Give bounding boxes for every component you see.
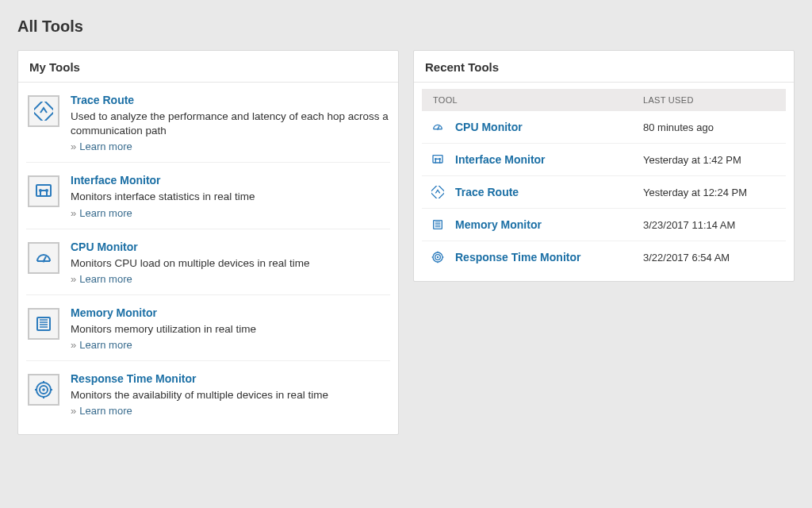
recent-tool-last-used: Yesterday at 12:24 PM <box>643 187 778 198</box>
recent-tool-row: CPU Monitor80 minutes ago <box>422 111 786 144</box>
recent-tools-title: Recent Tools <box>414 51 794 83</box>
tool-link[interactable]: Response Time Monitor <box>71 372 389 385</box>
memory-monitor-icon <box>430 217 446 233</box>
tool-link[interactable]: Memory Monitor <box>71 306 389 319</box>
recent-tool-last-used: Yesterday at 1:42 PM <box>643 154 778 166</box>
trace-route-icon <box>28 95 59 127</box>
recent-tool-link[interactable]: Trace Route <box>455 186 643 198</box>
interface-monitor-icon <box>28 175 59 207</box>
tool-description: Monitors memory utilization in real time <box>71 322 389 337</box>
learn-more-link[interactable]: »Learn more <box>71 207 389 219</box>
recent-tool-link[interactable]: CPU Monitor <box>455 121 643 133</box>
learn-more-link[interactable]: »Learn more <box>71 405 389 417</box>
response-time-icon <box>430 249 446 265</box>
recent-tool-row: Memory Monitor3/23/2017 11:14 AM <box>422 209 786 241</box>
tool-description: Monitors the availability of multiple de… <box>71 388 389 402</box>
recent-tool-row: Interface MonitorYesterday at 1:42 PM <box>422 144 786 176</box>
column-header-last-used: LAST USED <box>643 95 778 105</box>
recent-tool-row: Trace RouteYesterday at 12:24 PM <box>422 176 786 209</box>
my-tools-title: My Tools <box>18 51 398 83</box>
tool-description: Monitors interface statistics in real ti… <box>71 190 389 204</box>
tool-link[interactable]: CPU Monitor <box>71 241 389 253</box>
tool-description: Monitors CPU load on multiple devices in… <box>71 256 389 271</box>
cpu-monitor-icon <box>430 119 446 135</box>
learn-more-link[interactable]: »Learn more <box>71 140 389 152</box>
memory-monitor-icon <box>28 308 59 340</box>
recent-tool-link[interactable]: Interface Monitor <box>455 153 643 166</box>
learn-more-link[interactable]: »Learn more <box>71 339 389 351</box>
response-time-icon <box>28 374 59 406</box>
recent-tool-last-used: 3/23/2017 11:14 AM <box>643 219 778 231</box>
tool-link[interactable]: Trace Route <box>71 94 389 106</box>
cpu-monitor-icon <box>28 242 59 274</box>
tool-row: Memory MonitorMonitors memory utilizatio… <box>26 295 390 361</box>
recent-tool-last-used: 3/22/2017 6:54 AM <box>643 252 778 264</box>
tool-row: Response Time MonitorMonitors the availa… <box>26 361 390 426</box>
recent-tool-link[interactable]: Memory Monitor <box>455 218 643 231</box>
my-tools-panel: My Tools Trace RouteUsed to analyze the … <box>17 50 399 435</box>
tool-description: Used to analyze the performance and late… <box>71 110 389 138</box>
tool-row: Trace RouteUsed to analyze the performan… <box>26 83 390 163</box>
recent-tool-last-used: 80 minutes ago <box>643 121 778 133</box>
column-header-tool: TOOL <box>430 95 643 105</box>
learn-more-link[interactable]: »Learn more <box>71 273 389 285</box>
recent-tool-link[interactable]: Response Time Monitor <box>455 251 643 264</box>
trace-route-icon <box>430 184 446 200</box>
recent-tools-panel: Recent Tools TOOL LAST USED CPU Monitor8… <box>413 50 795 282</box>
recent-tools-header-row: TOOL LAST USED <box>422 89 786 111</box>
recent-tool-row: Response Time Monitor3/22/2017 6:54 AM <box>422 241 786 273</box>
tool-row: CPU MonitorMonitors CPU load on multiple… <box>26 229 390 295</box>
tool-link[interactable]: Interface Monitor <box>71 174 389 187</box>
interface-monitor-icon <box>430 152 446 167</box>
page-title: All Tools <box>17 17 795 36</box>
tool-row: Interface MonitorMonitors interface stat… <box>26 163 390 229</box>
